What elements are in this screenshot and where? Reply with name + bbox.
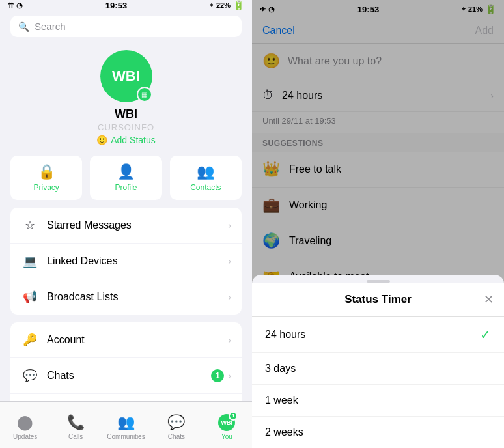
timer-option-24h[interactable]: 24 hours ✓ [252,317,504,353]
contacts-label: Contacts [190,183,221,192]
lock-icon: 🔒 [38,163,55,180]
timer-option-3d[interactable]: 3 days [252,353,504,385]
chevron-right-icon: › [228,256,231,266]
location-icon: ⌖ [210,1,214,9]
menu-item-account[interactable]: 🔑 Account › [10,322,242,358]
timer-close-button[interactable]: ✕ [484,292,494,307]
you-notification-dot: 1 [229,412,238,421]
nav-item-communities[interactable]: 👥 Communities [101,410,151,440]
timer-2w-label: 2 weeks [265,427,303,438]
timer-1w-label: 1 week [265,395,298,406]
quick-action-profile[interactable]: 👤 Profile [90,156,161,200]
status-bar-left: ⇈ ◔ 19:53 ⌖ 22% 🔋 [0,0,252,10]
you-avatar-badge: WBI 1 [218,414,235,431]
chats-nav-icon: 💬 [167,414,185,431]
battery-icon-left: 🔋 [233,0,244,10]
updates-label: Updates [13,433,37,440]
signal-icon: ◔ [16,1,23,10]
nav-item-chats[interactable]: 💬 Chats [151,410,201,440]
timer-check-icon: ✓ [480,327,491,343]
left-battery-area: ⌖ 22% 🔋 [210,0,244,10]
quick-actions: 🔒 Privacy 👤 Profile 👥 Contacts [0,156,252,200]
profile-name: WBI [115,107,137,121]
add-status-button[interactable]: 🙂 Add Status [96,135,156,145]
chevron-right-icon: › [228,292,231,302]
menu-item-broadcast[interactable]: 📢 Broadcast Lists › [10,279,242,315]
qr-icon: ▦ [141,91,147,98]
chats-badge: 1 [211,369,224,382]
timer-option-1w[interactable]: 1 week [252,385,504,417]
left-time: 19:53 [105,1,127,10]
chats-label: Chats [47,370,211,382]
menu-item-chats[interactable]: 💬 Chats 1 › [10,358,242,394]
nav-item-you[interactable]: WBI 1 You [202,410,252,440]
profile-section: WBI ▦ WBI CURSOINFO 🙂 Add Status [0,42,252,156]
search-bar[interactable]: 🔍 Search [10,16,242,37]
broadcast-icon: 📢 [21,288,39,306]
left-signal-icons: ⇈ ◔ [8,1,23,10]
menu-group-1: ☆ Starred Messages › 💻 Linked Devices › … [10,208,242,315]
timer-overlay: Status Timer ✕ 24 hours ✓ 3 days 1 week … [252,0,504,448]
avatar-container[interactable]: WBI ▦ [100,50,152,102]
drag-handle-area [252,275,504,283]
watermark: CURSOINFO [98,122,154,132]
chat-icon: 💬 [21,367,39,385]
nav-item-calls[interactable]: 📞 Calls [50,410,100,440]
timer-option-2w[interactable]: 2 weeks [252,417,504,448]
laptop-icon: 💻 [21,252,39,270]
timer-header: Status Timer ✕ [252,283,504,317]
menu-item-starred[interactable]: ☆ Starred Messages › [10,208,242,244]
timer-3d-label: 3 days [265,363,296,374]
chevron-right-icon: › [228,220,231,231]
right-panel: ✈ ◔ 19:53 ⌖ 21% 🔋 Cancel Add 🙂 What are … [252,0,504,448]
calls-icon: 📞 [67,414,85,431]
quick-action-contacts[interactable]: 👥 Contacts [170,156,242,200]
account-label: Account [47,334,228,346]
chevron-right-icon: › [228,371,231,381]
nav-item-updates[interactable]: ⬤ Updates [0,410,50,440]
menu-item-linked[interactable]: 💻 Linked Devices › [10,244,242,279]
search-placeholder: Search [35,21,66,32]
profile-icon: 👤 [117,163,135,180]
timer-24h-label: 24 hours [265,329,305,341]
linked-label: Linked Devices [47,255,228,267]
left-battery-pct: 22% [216,1,231,9]
communities-label: Communities [107,433,145,440]
communities-icon: 👥 [117,414,135,431]
chats-nav-label: Chats [168,433,185,440]
timer-title: Status Timer [344,293,412,306]
left-panel: ⇈ ◔ 19:53 ⌖ 22% 🔋 🔍 Search WBI ▦ WBI CUR… [0,0,252,448]
qr-badge[interactable]: ▦ [137,87,152,102]
search-icon: 🔍 [18,21,29,32]
calls-label: Calls [68,433,83,440]
timer-options-list: 24 hours ✓ 3 days 1 week 2 weeks [252,317,504,448]
broadcast-label: Broadcast Lists [47,291,228,303]
quick-action-privacy[interactable]: 🔒 Privacy [10,156,82,200]
you-label: You [221,433,232,440]
wifi-icon: ⇈ [8,1,14,10]
bottom-nav: ⬤ Updates 📞 Calls 👥 Communities 💬 Chats … [0,401,252,448]
key-icon: 🔑 [21,331,39,349]
chevron-right-icon: › [228,335,231,345]
privacy-label: Privacy [33,183,59,192]
updates-icon: ⬤ [17,414,33,431]
contacts-icon: 👥 [197,163,214,180]
profile-label: Profile [115,183,137,192]
timer-sheet: Status Timer ✕ 24 hours ✓ 3 days 1 week … [252,275,504,448]
starred-label: Starred Messages [47,219,228,231]
star-icon: ☆ [21,216,39,234]
smiley-icon: 🙂 [96,135,107,145]
